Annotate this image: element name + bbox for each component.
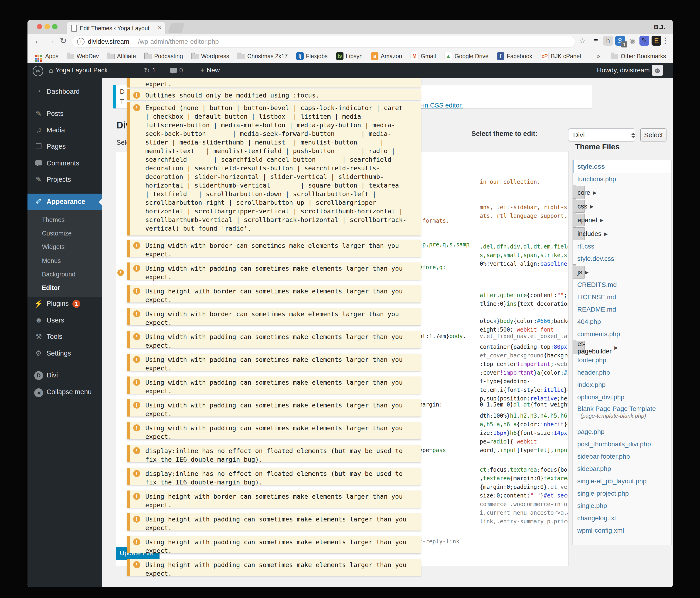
bookmark-affiliate[interactable]: Affiliate [107,49,136,63]
theme-file-header-php[interactable]: header.php [573,366,671,379]
theme-file-index-php[interactable]: index.php [573,379,671,391]
wordpress-logo-icon[interactable]: W [33,66,43,76]
theme-file-footer-php[interactable]: footer.php [573,354,671,366]
browser-menu-icon[interactable]: ⋮ [661,36,669,45]
bookmark-flexjobs[interactable]: fjFlexjobs [296,49,328,63]
sidebar-item-themes[interactable]: Themes [42,216,65,224]
e-extension-icon[interactable]: E [652,36,661,46]
gmail-favicon: M [410,52,419,60]
theme-file-post-thumbnails-divi-php[interactable]: post_thumbnails_divi.php [573,438,671,450]
admin-bar-site-name[interactable]: ⌂ Yoga Layout Pack [49,63,108,78]
sidebar-item-customize[interactable]: Customize [42,230,72,237]
eyedropper-extension-icon[interactable]: ✎ [640,36,649,46]
bookmark-libsyn[interactable]: lsLibsyn [336,49,362,63]
browser-tab[interactable]: Edit Themes ‹ Yoga Layout Pac × [67,22,165,34]
admin-bar-updates[interactable]: ↻ 1 [144,63,156,78]
theme-file-epanel[interactable]: epanel▶ [573,214,585,226]
theme-file-single-project-php[interactable]: single-project.php [573,487,671,500]
theme-file-functions-php[interactable]: functions.php [573,173,671,185]
bookmark-christmas-2k17[interactable]: Christmas 2k17 [238,49,288,63]
sidebar-item-tools[interactable]: ⚒Tools [27,332,102,345]
sidebar-item-collapse-menu[interactable]: ◀Collapse menu [27,388,102,401]
site-info-icon[interactable]: i [77,38,84,45]
back-icon[interactable]: ← [34,36,42,46]
theme-file-single-et-pb-layout-php[interactable]: single-et_pb_layout.php [573,475,671,487]
sidebar-item-background[interactable]: Background [42,271,75,278]
bookmark-google-drive[interactable]: ▲Google Drive [444,49,489,63]
sidebar-item-appearance[interactable]: ✐Appearance [27,193,102,210]
theme-file-style-css[interactable]: style.css [573,160,671,173]
sidebar-item-comments[interactable]: Comments [27,159,102,172]
theme-file-et-pagebuilder[interactable]: et-pagebuilder▶ [573,341,585,354]
bookmark-bjk-cpanel[interactable]: cPBJK cPanel [541,49,581,63]
bookmarks-overflow-icon[interactable]: » [596,52,600,60]
howdy-label[interactable]: Howdy, divistream [597,63,650,78]
bookmark-apps[interactable]: Apps [34,49,58,63]
close-window-button[interactable] [37,24,42,29]
theme-file-style-dev-css[interactable]: style.dev.css [573,253,671,265]
sidebar-item-media[interactable]: ♫Media [27,126,102,139]
h-extension-icon[interactable]: h [603,36,613,46]
bookmark-webdev[interactable]: WebDev [67,49,99,63]
url-bar[interactable]: i dividev.stream /wp-admin/theme-editor.… [72,35,575,48]
other-bookmarks-label[interactable]: Other Bookmarks [621,53,666,59]
theme-file-sidebar-footer-php[interactable]: sidebar-footer.php [573,450,671,463]
bookmark-gmail[interactable]: MGmail [410,49,436,63]
theme-file-license-md[interactable]: LICENSE.md [573,291,671,303]
bookmark-star-icon[interactable]: ☆ [579,36,586,45]
theme-file-comments-php[interactable]: comments.php [573,328,671,340]
bookmark-wordpress[interactable]: Wordpress [192,49,229,63]
admin-bar-comments[interactable]: 0 [170,63,183,78]
camera-extension-icon[interactable]: ◉ [627,36,637,46]
bookmark-facebook[interactable]: fFacebook [497,49,532,63]
sidebar-item-divi[interactable]: DDivi [27,371,102,384]
forward-icon[interactable]: → [47,36,55,46]
file-name: changelog.txt [577,515,616,522]
theme-file-readme-md[interactable]: README.md [573,303,671,315]
sidebar-item-editor[interactable]: Editor [42,284,60,291]
sidebar-item-projects[interactable]: ✎Projects [27,175,102,188]
avatar[interactable]: ☻ [652,65,663,76]
theme-file-page-php[interactable]: page.php [573,425,671,438]
bookmark-label: WebDev [77,53,99,59]
sidebar-item-users[interactable]: ☻Users [27,316,102,329]
zoom-window-button[interactable] [52,24,57,29]
bookmark-amazon[interactable]: aAmazon [371,49,402,63]
theme-file-css[interactable]: css▶ [573,200,585,213]
theme-file-includes[interactable]: includes▶ [573,227,585,240]
s-extension-icon[interactable]: S1 [615,36,625,46]
theme-file-404-php[interactable]: 404.php [573,315,671,328]
theme-file-changelog-txt[interactable]: changelog.txt [573,512,671,524]
theme-file-single-php[interactable]: single.php [573,500,671,512]
sidebar-item-plugins[interactable]: ⚡Plugins1 [27,299,102,312]
reload-icon[interactable]: ↻ [59,36,67,46]
posts-icon: ✎ [34,109,43,118]
layers-extension-icon[interactable]: ≡ [591,36,601,46]
builtin-css-editor-link-fragment[interactable]: t-in CSS editor. [419,102,463,109]
theme-file-credits-md[interactable]: CREDITS.md [573,279,671,291]
sidebar-item-posts[interactable]: ✎Posts [27,109,102,122]
file-name: comments.php [577,331,620,338]
theme-select-dropdown[interactable]: Divi [568,128,635,141]
admin-bar-new[interactable]: + New [200,63,220,78]
tab-close-icon[interactable]: × [158,24,161,31]
file-name: sidebar-footer.php [577,453,630,460]
theme-file-js[interactable]: js▶ [573,266,585,279]
theme-file-blank-page-page-template[interactable]: Blank Page Page Template(page-template-b… [573,403,671,425]
theme-file-wpml-config-xml[interactable]: wpml-config.xml [573,524,671,537]
sidebar-item-pages[interactable]: ❐Pages [27,142,102,155]
theme-file-options-divi-php[interactable]: options_divi.php [573,391,671,403]
new-tab-button[interactable] [168,23,185,33]
bookmark-podcasting[interactable]: Podcasting [144,49,183,63]
select-theme-button[interactable]: Select [641,128,667,141]
sidebar-item-dashboard[interactable]: ◔Dashboard [27,87,102,100]
update-file-button[interactable]: Update File [116,547,159,560]
sidebar-item-widgets[interactable]: Widgets [42,243,65,251]
sidebar-item-settings[interactable]: ⚙Settings [27,349,102,362]
theme-file-sidebar-php[interactable]: sidebar.php [573,463,671,475]
theme-file-core[interactable]: core▶ [573,186,585,199]
theme-file-rtl-css[interactable]: rtl.css [573,240,671,253]
minimize-window-button[interactable] [45,24,50,29]
sidebar-item-menus[interactable]: Menus [42,257,61,265]
browser-profile-label[interactable]: B.J. [654,24,665,31]
